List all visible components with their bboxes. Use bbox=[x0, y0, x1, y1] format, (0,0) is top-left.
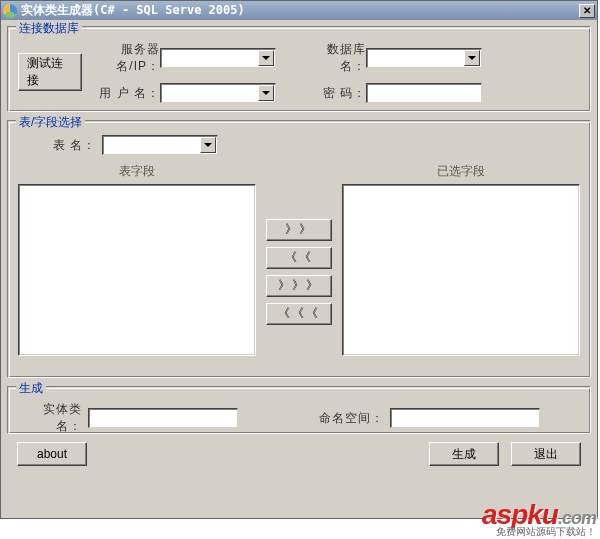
namespace-field[interactable] bbox=[390, 408, 540, 428]
group-generate: 生成 实体类名： 命名空间： bbox=[7, 386, 591, 434]
chevron-down-icon[interactable] bbox=[464, 50, 480, 66]
dbname-combo[interactable] bbox=[366, 48, 482, 68]
group-database-legend: 连接数据库 bbox=[16, 20, 82, 37]
dbname-label: 数据库名： bbox=[306, 41, 366, 75]
watermark: aspku.com 免费网站源码下载站！ bbox=[482, 501, 596, 537]
group-fields: 表/字段选择 表 名： 表字段 》》 《《 》》》 《《《 bbox=[7, 120, 591, 378]
test-connection-button[interactable]: 测试连接 bbox=[18, 53, 82, 91]
user-label: 用 户 名： bbox=[82, 85, 160, 102]
chevron-down-icon[interactable] bbox=[200, 137, 216, 153]
table-label: 表 名： bbox=[18, 137, 96, 154]
watermark-sub: 免费网站源码下载站！ bbox=[482, 527, 596, 537]
generate-button[interactable]: 生成 bbox=[429, 442, 499, 466]
remove-button[interactable]: 《《 bbox=[266, 247, 332, 269]
group-generate-legend: 生成 bbox=[16, 380, 46, 397]
watermark-suffix: .com bbox=[558, 508, 596, 528]
add-button[interactable]: 》》 bbox=[266, 219, 332, 241]
user-combo[interactable] bbox=[160, 83, 276, 103]
password-field[interactable] bbox=[366, 83, 482, 103]
entity-label: 实体类名： bbox=[18, 401, 82, 435]
titlebar: 实体类生成器(C# - SQL Serve 2005) ✕ bbox=[1, 1, 597, 20]
available-fields-title: 表字段 bbox=[119, 163, 155, 180]
namespace-label: 命名空间： bbox=[274, 410, 384, 427]
entity-name-field[interactable] bbox=[88, 408, 238, 428]
group-fields-legend: 表/字段选择 bbox=[16, 114, 85, 131]
app-icon bbox=[3, 4, 17, 18]
window-title: 实体类生成器(C# - SQL Serve 2005) bbox=[21, 2, 579, 19]
available-fields-listbox[interactable] bbox=[18, 184, 256, 356]
add-all-button[interactable]: 》》》 bbox=[266, 275, 332, 297]
server-combo[interactable] bbox=[160, 48, 276, 68]
password-label: 密 码： bbox=[306, 85, 366, 102]
client-area: 连接数据库 服务器名/IP： 数据库名： 测试连接 用 户 名： bbox=[1, 20, 597, 472]
selected-fields-title: 已选字段 bbox=[437, 163, 485, 180]
about-button[interactable]: about bbox=[17, 442, 87, 466]
remove-all-button[interactable]: 《《《 bbox=[266, 303, 332, 325]
group-database: 连接数据库 服务器名/IP： 数据库名： 测试连接 用 户 名： bbox=[7, 26, 591, 112]
close-button[interactable]: ✕ bbox=[579, 4, 595, 18]
chevron-down-icon[interactable] bbox=[258, 50, 274, 66]
app-window: 实体类生成器(C# - SQL Serve 2005) ✕ 连接数据库 服务器名… bbox=[0, 0, 598, 519]
table-combo[interactable] bbox=[102, 135, 218, 155]
selected-fields-listbox[interactable] bbox=[342, 184, 580, 356]
exit-button[interactable]: 退出 bbox=[511, 442, 581, 466]
chevron-down-icon[interactable] bbox=[258, 85, 274, 101]
footer-bar: about 生成 退出 bbox=[7, 442, 591, 466]
server-label: 服务器名/IP： bbox=[82, 41, 160, 75]
